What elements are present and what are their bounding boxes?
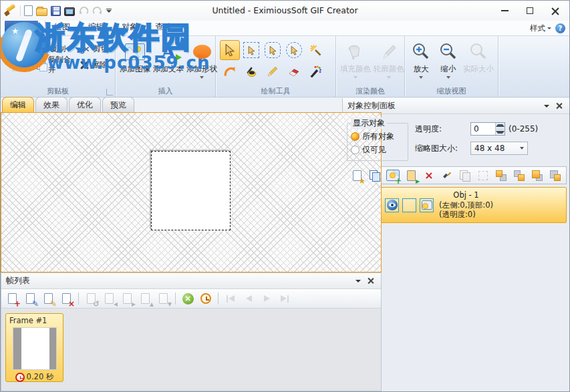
maximize-button[interactable] (517, 2, 543, 19)
opacity-spinner[interactable]: 0 (470, 122, 505, 136)
copy-merged-button[interactable]: 复制合并 (37, 59, 78, 71)
new-file-icon[interactable] (24, 5, 33, 16)
zoom-out-button[interactable]: 缩小 (436, 39, 461, 79)
move-frame-up-button[interactable]: ▴ (138, 291, 152, 306)
edit-frame-button[interactable]: ✎ (23, 291, 37, 306)
help-icon[interactable]: ? (555, 23, 565, 33)
tab-view[interactable]: 查看 (146, 19, 180, 35)
outline-color-button[interactable]: 轮廓颜色 (374, 39, 404, 79)
export-icon[interactable] (64, 7, 75, 16)
thumb-size-dropdown[interactable]: 48 x 48 (470, 142, 528, 155)
tab-object[interactable]: 对象 (113, 19, 146, 35)
tab-optimize[interactable]: 优化 (69, 97, 101, 112)
delete-frame-button[interactable]: × (59, 291, 74, 306)
app-icon[interactable] (5, 5, 17, 17)
paste-button[interactable]: 粘贴 (5, 39, 34, 74)
dashed-lasso-icon (265, 42, 281, 58)
radio-all-objects[interactable]: 所有对象 (351, 131, 404, 142)
frame-panel-close-icon[interactable] (364, 276, 376, 286)
magic-wand-tool[interactable] (305, 40, 325, 60)
show-objects-label: 显示对象 (351, 118, 387, 129)
qat-customize-icon[interactable] (106, 9, 112, 13)
send-backward-button[interactable] (512, 168, 527, 183)
style-dropdown[interactable]: 样式 (530, 23, 551, 33)
add-image-object-button[interactable]: + (386, 168, 400, 183)
object-panel-controls: 显示对象 所有对象 仅可见 透明度: 0 (343, 114, 569, 165)
move-frame-down-button[interactable]: ▾ (156, 291, 170, 306)
object-type-icon (420, 198, 434, 212)
object-select-checkbox[interactable] (402, 198, 416, 212)
object-info: Obj - 1 (左侧:0,顶部:0) (透明度:0) (439, 190, 493, 220)
tab-preview[interactable]: 预览 (102, 97, 134, 112)
copy-button[interactable]: 复制 (37, 43, 78, 55)
send-to-back-button[interactable] (548, 168, 563, 183)
actual-size-button[interactable]: 实际大小 (463, 39, 494, 74)
color-pen-tool[interactable] (305, 61, 325, 81)
add-text-icon: A (162, 43, 176, 61)
save-file-icon[interactable] (51, 6, 61, 16)
frame-time-button[interactable] (198, 291, 213, 306)
restore-frame-button[interactable]: ↺ (84, 291, 98, 306)
select-tool[interactable] (220, 40, 240, 60)
prev-frame-button[interactable] (241, 291, 256, 306)
duplicate-frame-button[interactable]: ✎ (41, 291, 55, 306)
pencil-tool[interactable] (263, 61, 283, 81)
tab-edit[interactable]: 编辑 (80, 19, 113, 35)
close-button[interactable] (543, 2, 568, 19)
erase-button[interactable]: 擦除 (80, 59, 111, 71)
add-image-button[interactable]: 添加图像 (120, 39, 150, 74)
rect-select-tool[interactable] (241, 40, 261, 60)
selection-marquee[interactable] (151, 151, 231, 230)
transform-tool[interactable] (220, 61, 240, 81)
add-text-button[interactable]: A 添加文本 (153, 39, 184, 74)
frame-duration-icon (15, 373, 25, 382)
shift-frame-left-button[interactable]: ◂ (102, 291, 116, 306)
object-panel-close-icon[interactable] (553, 101, 565, 112)
canvas[interactable] (1, 112, 382, 272)
clear-objects-button[interactable] (440, 168, 454, 183)
tab-draw[interactable]: 绘图 (45, 19, 80, 35)
fill-tool[interactable] (241, 61, 261, 81)
tab-effects[interactable]: 效果 (35, 97, 67, 112)
undo-icon[interactable] (78, 5, 89, 16)
actual-size-icon (469, 40, 488, 63)
add-shape-dropdown-icon[interactable] (200, 76, 204, 79)
group-clipboard: 粘贴 复制 复制合并 剪切 擦除 剪贴板 (1, 36, 116, 97)
shift-frame-right-button[interactable]: ▸ (120, 291, 134, 306)
fill-color-button[interactable]: 填充颜色 (340, 39, 371, 79)
next-frame-button[interactable] (259, 291, 274, 306)
first-frame-button[interactable] (223, 291, 238, 306)
merge-objects-button[interactable] (458, 168, 472, 183)
copy-object-button[interactable] (368, 168, 382, 183)
new-object-button[interactable]: ★ (349, 168, 364, 183)
opacity-up-icon[interactable] (496, 123, 505, 129)
last-frame-button[interactable] (277, 291, 292, 306)
delete-object-button[interactable]: × (422, 168, 436, 183)
object-panel-menu-icon[interactable] (541, 101, 553, 112)
workspace: 编辑 效果 优化 预览 帧列表 + ✎ ✎ (1, 98, 342, 391)
bring-forward-button[interactable] (494, 168, 509, 183)
frame-item-1[interactable]: Frame #1 0.20 秒 (5, 313, 63, 382)
add-frame-button[interactable]: + (5, 291, 19, 306)
object-visible-toggle[interactable] (385, 198, 399, 212)
bring-to-front-button[interactable] (530, 168, 545, 183)
file-menu-button[interactable]: 文件 (5, 20, 38, 35)
open-file-icon[interactable] (36, 8, 47, 16)
opacity-down-icon[interactable] (496, 129, 505, 136)
eraser-tool[interactable] (284, 61, 304, 81)
radio-visible-only[interactable]: 仅可见 (351, 144, 404, 156)
reverse-frames-button[interactable]: × (180, 291, 195, 306)
export-object-button[interactable]: ▸ (404, 168, 418, 183)
lasso-select-tool[interactable] (263, 40, 283, 60)
clipboard-dialog-launcher[interactable] (106, 89, 113, 95)
redo-icon[interactable] (92, 5, 103, 16)
cut-button[interactable]: 剪切 (80, 43, 111, 55)
crop-objects-button[interactable] (476, 168, 490, 183)
radio-visible-only-icon (351, 146, 360, 154)
frame-panel-menu-icon[interactable] (352, 276, 364, 286)
minimize-button[interactable] (492, 2, 517, 19)
add-shape-button[interactable]: 添加形状 (186, 39, 217, 79)
zoom-in-button[interactable]: 放大 (409, 39, 434, 79)
tab-editor[interactable]: 编辑 (2, 97, 34, 112)
ellipse-select-tool[interactable] (284, 40, 304, 60)
